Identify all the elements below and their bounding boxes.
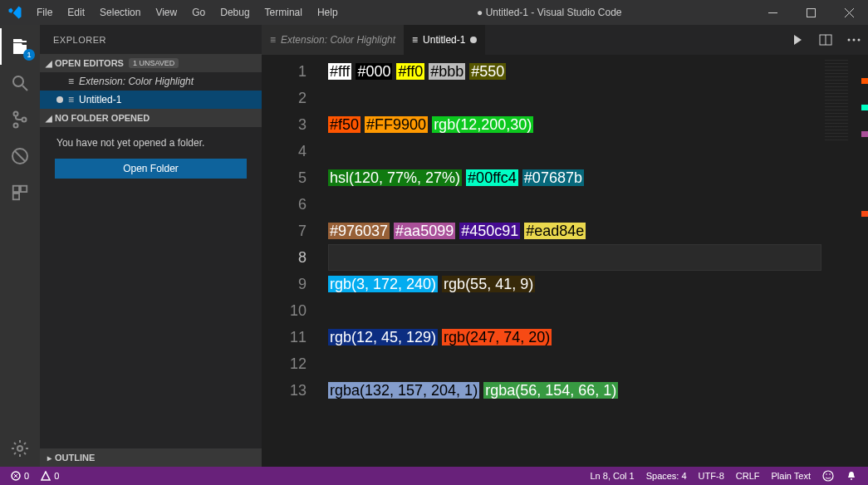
color-token: #f50: [328, 116, 360, 133]
code-content[interactable]: #fff #000 #ff0 #bbb #550#f50 #FF9900 rgb…: [328, 55, 821, 467]
svg-point-18: [823, 471, 833, 481]
color-token: #550: [469, 63, 506, 80]
outline-header[interactable]: ▸ OUTLINE: [40, 448, 262, 467]
no-folder-header[interactable]: ◢ NO FOLDER OPENED: [40, 109, 262, 127]
svg-point-15: [853, 39, 856, 42]
activity-explorer[interactable]: 1: [0, 28, 40, 65]
menu-terminal[interactable]: Terminal: [257, 7, 310, 18]
menu-debug[interactable]: Debug: [213, 7, 257, 18]
minimize-icon[interactable]: [753, 0, 792, 25]
color-token: rgb(12, 45, 129): [328, 329, 438, 345]
color-token: #FF9900: [365, 116, 428, 133]
color-token: #ff0: [396, 63, 424, 80]
activity-debug[interactable]: [0, 138, 40, 174]
color-token: #fff: [328, 63, 351, 80]
svg-point-11: [17, 446, 22, 451]
svg-rect-8: [13, 186, 19, 192]
chevron-down-icon: ◢: [43, 59, 55, 68]
file-icon: ≡: [270, 34, 276, 46]
overview-mark: [861, 105, 868, 110]
status-spaces[interactable]: Spaces: 4: [640, 471, 693, 481]
sidebar: EXPLORER ◢ OPEN EDITORS 1 UNSAVED ≡Exten…: [40, 25, 262, 467]
window-title: ● Untitled-1 - Visual Studio Code: [346, 7, 753, 18]
activity-bar: 1: [0, 25, 40, 467]
line-numbers: 12345678910111213: [262, 55, 328, 467]
activity-extensions[interactable]: [0, 174, 40, 211]
activity-scm[interactable]: [0, 101, 40, 138]
open-editors-header[interactable]: ◢ OPEN EDITORS 1 UNSAVED: [40, 54, 262, 72]
editor-tab[interactable]: ≡Untitled-1: [404, 25, 485, 55]
overview-mark: [861, 211, 868, 217]
color-token: #aa5099: [394, 223, 455, 239]
activity-search[interactable]: [0, 65, 40, 101]
color-token: #976037: [328, 223, 390, 239]
open-editor-item[interactable]: ≡Extension: Color Highlight: [40, 72, 262, 91]
color-token: rgba(132, 157, 204, 1): [328, 382, 479, 399]
svg-point-2: [13, 76, 23, 86]
menu-selection[interactable]: Selection: [92, 7, 148, 18]
title-bar: FileEditSelectionViewGoDebugTerminalHelp…: [0, 0, 868, 25]
svg-point-21: [851, 478, 852, 480]
activity-settings[interactable]: [0, 430, 40, 467]
file-icon: ≡: [68, 94, 74, 105]
status-encoding[interactable]: UTF-8: [693, 471, 730, 481]
status-eol[interactable]: CRLF: [730, 471, 766, 481]
color-token: rgb(55, 41, 9): [442, 276, 535, 292]
status-bar: 0 0 Ln 8, Col 1 Spaces: 4 UTF-8 CRLF Pla…: [0, 467, 868, 485]
status-bell-icon[interactable]: [840, 470, 863, 482]
run-icon[interactable]: [783, 25, 812, 55]
menu-help[interactable]: Help: [310, 7, 346, 18]
color-token: rgb(3, 172, 240): [328, 276, 438, 292]
menu-view[interactable]: View: [148, 7, 184, 18]
color-token: hsl(120, 77%, 27%): [328, 169, 462, 186]
menu-edit[interactable]: Edit: [60, 7, 92, 18]
menu-file[interactable]: File: [29, 7, 60, 18]
vscode-logo-icon: [0, 5, 29, 20]
modified-dot-icon: [470, 37, 477, 43]
activity-badge: 1: [23, 49, 35, 61]
svg-point-6: [22, 118, 27, 122]
color-token: #ead84e: [524, 223, 586, 239]
svg-rect-1: [807, 8, 815, 17]
svg-rect-10: [13, 194, 19, 199]
svg-point-19: [826, 473, 827, 475]
status-feedback-icon[interactable]: [817, 470, 840, 482]
sidebar-title: EXPLORER: [40, 25, 262, 54]
overview-mark: [861, 78, 868, 84]
file-icon: ≡: [412, 34, 418, 46]
color-token: #450c91: [459, 223, 520, 239]
svg-rect-9: [21, 186, 27, 192]
chevron-right-icon: ▸: [43, 453, 55, 463]
color-token: rgba(56, 154, 66, 1): [483, 382, 618, 399]
chevron-down-icon: ◢: [43, 114, 55, 123]
maximize-icon[interactable]: [792, 0, 830, 25]
close-icon[interactable]: [830, 0, 868, 25]
more-icon[interactable]: [840, 25, 868, 55]
no-folder-message: You have not yet opened a folder.: [40, 127, 262, 159]
status-language[interactable]: Plain Text: [766, 471, 817, 481]
menu-bar: FileEditSelectionViewGoDebugTerminalHelp: [29, 7, 346, 18]
open-editor-item[interactable]: ≡Untitled-1: [40, 91, 262, 109]
status-cursor[interactable]: Ln 8, Col 1: [584, 471, 640, 481]
modified-dot-icon: [56, 96, 63, 103]
split-editor-icon[interactable]: [812, 25, 840, 55]
status-errors[interactable]: 0: [5, 471, 35, 481]
svg-point-20: [829, 473, 831, 475]
open-folder-button[interactable]: Open Folder: [55, 159, 247, 179]
color-token: rgb(247, 74, 20): [442, 329, 552, 345]
status-warnings[interactable]: 0: [35, 471, 65, 481]
overview-ruler[interactable]: [856, 55, 868, 467]
menu-go[interactable]: Go: [184, 7, 213, 18]
svg-point-14: [848, 39, 851, 42]
color-token: #000: [356, 63, 392, 80]
editor-tab[interactable]: ≡Extension: Color Highlight: [262, 25, 404, 55]
unsaved-badge: 1 UNSAVED: [129, 58, 179, 68]
svg-point-16: [858, 39, 861, 42]
editor-body[interactable]: 12345678910111213 #fff #000 #ff0 #bbb #5…: [262, 55, 868, 467]
overview-mark: [861, 131, 868, 137]
color-token: #07687b: [522, 169, 584, 186]
color-token: rgb(12,200,30): [432, 116, 533, 133]
color-token: #bbb: [429, 63, 465, 80]
color-token: #00ffc4: [466, 169, 518, 186]
file-icon: ≡: [68, 76, 74, 87]
